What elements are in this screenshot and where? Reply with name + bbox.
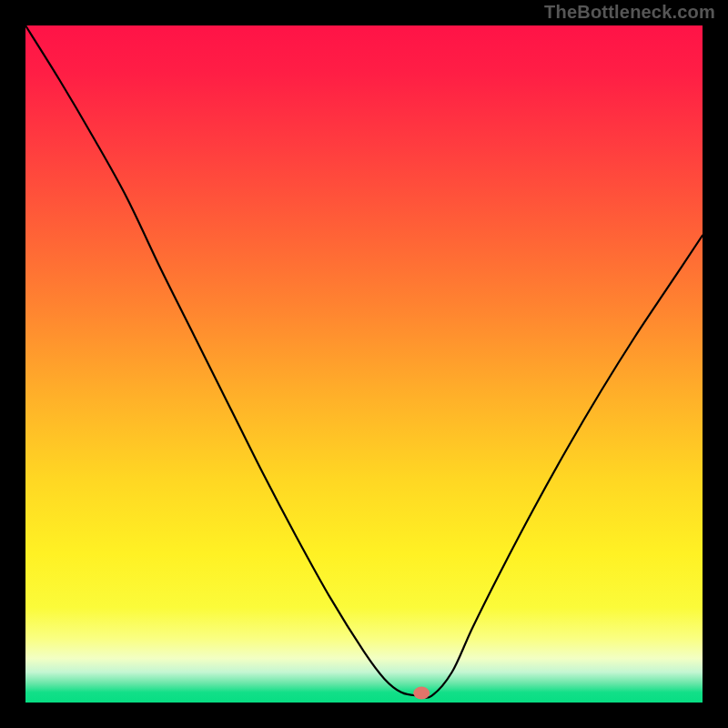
chart-container: TheBottleneck.com — [0, 0, 728, 728]
plot-area — [25, 25, 703, 703]
attribution-text: TheBottleneck.com — [544, 2, 715, 23]
plot-svg — [25, 25, 703, 703]
gradient-background — [25, 25, 703, 703]
optimal-marker — [413, 687, 430, 700]
